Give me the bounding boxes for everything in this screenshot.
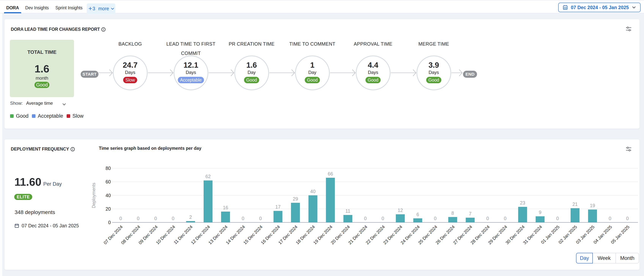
svg-text:9: 9 — [539, 210, 541, 215]
svg-text:0: 0 — [434, 216, 436, 221]
svg-text:0: 0 — [504, 216, 506, 221]
svg-text:03 Jan 2025: 03 Jan 2025 — [575, 224, 596, 245]
svg-text:40: 40 — [310, 189, 316, 194]
svg-text:0: 0 — [556, 216, 559, 221]
svg-text:04 Jan 2025: 04 Jan 2025 — [592, 224, 613, 245]
svg-text:8: 8 — [452, 210, 454, 216]
svg-text:62: 62 — [205, 174, 210, 179]
svg-text:21: 21 — [572, 201, 578, 207]
svg-text:05 Jan 2025: 05 Jan 2025 — [610, 224, 630, 245]
svg-text:11: 11 — [345, 208, 350, 214]
svg-text:0: 0 — [364, 216, 366, 221]
svg-text:0: 0 — [259, 216, 262, 221]
svg-text:0: 0 — [119, 216, 122, 221]
svg-text:80: 80 — [106, 166, 111, 171]
svg-text:23: 23 — [520, 200, 525, 205]
svg-text:17: 17 — [275, 204, 281, 209]
svg-text:Deployments: Deployments — [91, 183, 96, 208]
svg-text:0: 0 — [486, 216, 489, 221]
svg-text:40: 40 — [106, 193, 111, 198]
svg-text:66: 66 — [328, 171, 333, 176]
svg-text:0: 0 — [137, 216, 140, 221]
svg-text:60: 60 — [106, 179, 111, 184]
svg-text:0: 0 — [626, 216, 629, 221]
svg-text:0: 0 — [242, 216, 244, 221]
svg-text:2: 2 — [189, 214, 192, 220]
svg-text:6: 6 — [416, 212, 419, 217]
svg-text:0: 0 — [382, 216, 384, 221]
svg-text:0: 0 — [154, 216, 157, 221]
svg-text:20: 20 — [106, 206, 111, 212]
svg-text:0: 0 — [172, 216, 174, 221]
svg-text:0: 0 — [108, 220, 111, 225]
svg-text:29: 29 — [293, 196, 298, 201]
svg-text:01 Jan 2025: 01 Jan 2025 — [540, 224, 560, 245]
svg-text:7: 7 — [469, 211, 472, 216]
svg-text:19: 19 — [590, 203, 595, 208]
svg-text:16: 16 — [223, 205, 228, 210]
svg-text:02 Jan 2025: 02 Jan 2025 — [558, 224, 578, 245]
svg-text:0: 0 — [609, 216, 611, 221]
svg-text:12: 12 — [398, 208, 403, 213]
